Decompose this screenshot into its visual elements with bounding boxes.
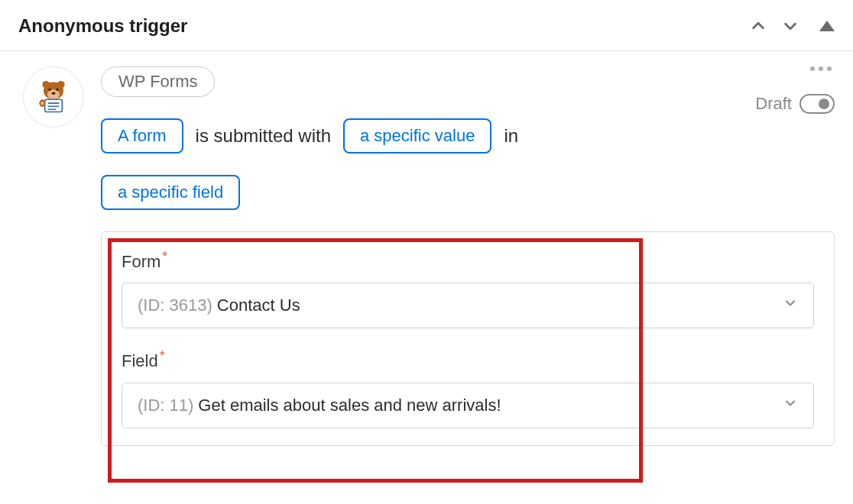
panel-header: Anonymous trigger: [0, 0, 853, 51]
form-id-prefix: (ID: 3613): [138, 296, 212, 315]
field-id-prefix: (ID: 11): [138, 396, 193, 415]
svg-point-6: [52, 92, 56, 95]
status-label: Draft: [755, 94, 792, 114]
move-up-button[interactable]: [749, 17, 767, 35]
status-toggle[interactable]: [799, 94, 835, 114]
field-label: Field*: [122, 348, 814, 371]
field-field-group: Field* (ID: 11) Get emails about sales a…: [122, 348, 814, 428]
trigger-sentence: WP Forms A form is submitted with a spec…: [101, 66, 636, 210]
avatar-column: [23, 66, 84, 446]
field-select[interactable]: (ID: 11) Get emails about sales and new …: [122, 383, 814, 428]
form-label-text: Form: [122, 252, 161, 271]
svg-point-12: [41, 102, 44, 105]
header-controls: [749, 17, 835, 35]
wpforms-mascot-icon: [34, 77, 73, 117]
sentence-text: in: [504, 125, 518, 147]
svg-point-4: [48, 88, 51, 91]
config-panel: Form* (ID: 3613) Contact Us Field*: [101, 231, 835, 446]
status-toggle-group: Draft: [755, 94, 835, 114]
chevron-down-icon: [783, 396, 798, 415]
main-column: WP Forms A form is submitted with a spec…: [101, 66, 835, 446]
collapse-icon[interactable]: [819, 21, 835, 31]
toggle-knob: [819, 99, 829, 109]
required-asterisk: *: [162, 249, 167, 264]
form-label: Form*: [122, 249, 814, 272]
form-select[interactable]: (ID: 3613) Contact Us: [122, 283, 814, 328]
right-controls: Draft: [755, 66, 835, 114]
form-select-value: Contact Us: [217, 296, 300, 315]
integration-tag: WP Forms: [101, 66, 215, 97]
field-token[interactable]: a specific field: [101, 175, 240, 210]
sentence-text: is submitted with: [196, 125, 331, 147]
trigger-top-row: WP Forms A form is submitted with a spec…: [101, 66, 835, 210]
panel-title: Anonymous trigger: [18, 15, 187, 37]
field-select-value: Get emails about sales and new arrivals!: [198, 396, 501, 415]
more-options-button[interactable]: [810, 66, 835, 71]
chevron-down-icon: [783, 296, 798, 315]
required-asterisk: *: [160, 348, 165, 363]
content-area: WP Forms A form is submitted with a spec…: [0, 51, 853, 446]
form-field-group: Form* (ID: 3613) Contact Us: [122, 249, 814, 328]
move-down-button[interactable]: [781, 17, 799, 35]
svg-point-1: [42, 81, 50, 89]
svg-point-5: [56, 88, 59, 91]
svg-point-2: [57, 81, 65, 89]
value-token[interactable]: a specific value: [343, 118, 491, 153]
field-label-text: Field: [122, 352, 158, 371]
integration-avatar: [23, 66, 84, 128]
form-token[interactable]: A form: [101, 118, 183, 153]
